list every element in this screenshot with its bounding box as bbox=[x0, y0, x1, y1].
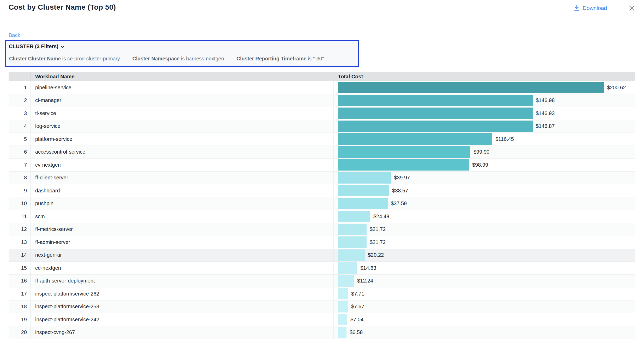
total-cost-cell: $7.71 bbox=[334, 287, 635, 300]
total-cost-cell: $39.97 bbox=[334, 172, 635, 184]
row-rank: 20 bbox=[9, 326, 31, 339]
row-rank: 1 bbox=[9, 81, 31, 94]
total-cost-cell: $146.87 bbox=[334, 120, 635, 133]
workload-name: accesscontrol-service bbox=[31, 146, 334, 159]
cost-bar bbox=[338, 146, 470, 158]
cost-bar bbox=[338, 185, 389, 196]
table-row[interactable]: 1pipeline-service$200.62 bbox=[9, 81, 635, 94]
total-cost-cell: $99.90 bbox=[334, 146, 635, 159]
filter-highlight-box: CLUSTER (3 Filters) Cluster Cluster Name… bbox=[5, 40, 359, 67]
cost-bar bbox=[338, 82, 604, 93]
page-title: Cost by Cluster Name (Top 50) bbox=[9, 3, 116, 11]
workload-name: next-gen-ui bbox=[31, 249, 334, 262]
row-rank: 9 bbox=[9, 184, 31, 197]
table-row[interactable]: 2ci-manager$146.98 bbox=[9, 94, 635, 107]
workload-name: inspect-platformservice-253 bbox=[31, 300, 334, 313]
filter-chip[interactable]: Cluster Reporting Timeframe is "-30" bbox=[236, 56, 324, 62]
total-cost-cell: $146.98 bbox=[334, 94, 635, 107]
cost-value: $12.24 bbox=[357, 278, 373, 284]
table-row[interactable]: 11scm$24.48 bbox=[9, 210, 635, 223]
table-row[interactable]: 6accesscontrol-service$99.90 bbox=[9, 146, 635, 159]
table-row[interactable]: 14next-gen-ui$20.22 bbox=[9, 249, 635, 262]
cost-value: $21.72 bbox=[370, 226, 386, 232]
table-row[interactable]: 10pushpin$37.59 bbox=[9, 197, 635, 210]
total-cost-cell: $20.22 bbox=[334, 249, 635, 262]
row-rank: 10 bbox=[9, 197, 31, 210]
cost-value: $146.93 bbox=[536, 110, 555, 116]
cost-value: $116.45 bbox=[495, 136, 514, 142]
cost-value: $14.63 bbox=[360, 265, 376, 271]
row-rank: 11 bbox=[9, 210, 31, 223]
table-row[interactable]: 16ff-auth-server-deployment$12.24 bbox=[9, 275, 635, 288]
cost-value: $24.48 bbox=[373, 214, 389, 219]
total-cost-cell: $98.99 bbox=[334, 159, 635, 171]
back-link[interactable]: Back bbox=[9, 32, 20, 38]
download-button[interactable]: Download bbox=[574, 5, 607, 11]
total-cost-cell: $24.48 bbox=[334, 210, 635, 223]
table-row[interactable]: 20inspect-cvng-267$6.58 bbox=[9, 326, 635, 339]
table-row[interactable]: 15ce-nextgen$14.63 bbox=[9, 262, 635, 275]
filter-chip[interactable]: Cluster Namespace is harness-nextgen bbox=[132, 56, 224, 62]
total-cost-cell: $14.63 bbox=[334, 262, 635, 274]
table-row[interactable]: 12ff-metrics-server$21.72 bbox=[9, 223, 635, 236]
cost-value: $99.90 bbox=[473, 149, 489, 155]
cost-bar bbox=[338, 262, 357, 274]
total-cost-cell: $12.24 bbox=[334, 275, 635, 287]
total-cost-cell: $6.58 bbox=[334, 326, 635, 339]
workload-name: ff-auth-server-deployment bbox=[31, 275, 334, 287]
workload-name: ci-manager bbox=[31, 94, 334, 107]
cost-value: $146.87 bbox=[536, 123, 555, 129]
cost-bar bbox=[338, 236, 367, 248]
cost-bar bbox=[338, 211, 370, 222]
row-rank: 16 bbox=[9, 275, 31, 287]
workload-name: log-service bbox=[31, 120, 334, 133]
workload-name-column-header[interactable]: Workload Name bbox=[31, 74, 334, 80]
table-row[interactable]: 13ff-admin-server$21.72 bbox=[9, 236, 635, 249]
cost-bar bbox=[338, 288, 348, 299]
cost-bar bbox=[338, 159, 469, 171]
total-cost-cell: $38.57 bbox=[334, 184, 635, 197]
workload-name: ce-nextgen bbox=[31, 262, 334, 274]
cost-bar bbox=[338, 108, 533, 119]
total-cost-cell: $200.62 bbox=[334, 81, 635, 94]
cost-bar bbox=[338, 198, 388, 209]
table-row[interactable]: 8ff-client-server$39.97 bbox=[9, 172, 635, 185]
workload-name: inspect-platformservice-262 bbox=[31, 287, 334, 300]
cost-value: $20.22 bbox=[368, 252, 384, 258]
cluster-filter-toggle[interactable]: CLUSTER (3 Filters) bbox=[9, 43, 65, 49]
table-row[interactable]: 18inspect-platformservice-253$7.67 bbox=[9, 300, 635, 313]
close-button[interactable] bbox=[628, 5, 635, 11]
row-rank: 19 bbox=[9, 313, 31, 326]
header-actions: Download bbox=[574, 5, 635, 11]
cost-value: $39.97 bbox=[394, 175, 410, 181]
table-row[interactable]: 3ti-service$146.93 bbox=[9, 107, 635, 120]
cost-bar bbox=[338, 249, 365, 261]
cost-bar bbox=[338, 224, 367, 235]
filter-condition-text: is ce-prod-cluster-primary bbox=[62, 56, 120, 61]
total-cost-cell: $21.72 bbox=[334, 236, 635, 249]
cost-table: Workload Name Total Cost 1pipeline-servi… bbox=[9, 72, 635, 339]
cost-value: $6.58 bbox=[350, 329, 363, 335]
row-rank: 7 bbox=[9, 159, 31, 171]
cost-value: $38.57 bbox=[392, 188, 408, 194]
table-header: Workload Name Total Cost bbox=[9, 72, 635, 81]
filter-field: Cluster Namespace bbox=[132, 56, 180, 61]
table-row[interactable]: 19inspect-platformservice-242$7.04 bbox=[9, 313, 635, 326]
filter-condition-text: is "-30" bbox=[308, 56, 324, 61]
workload-name: inspect-platformservice-242 bbox=[31, 313, 334, 326]
row-rank: 4 bbox=[9, 120, 31, 133]
table-row[interactable]: 5platform-service$116.45 bbox=[9, 133, 635, 146]
cluster-filter-label: CLUSTER (3 Filters) bbox=[9, 43, 58, 49]
filter-chip[interactable]: Cluster Cluster Name is ce-prod-cluster-… bbox=[9, 56, 120, 62]
table-row[interactable]: 7cv-nextgen$98.99 bbox=[9, 159, 635, 172]
filter-field: Cluster Reporting Timeframe bbox=[236, 56, 306, 61]
applied-filters: Cluster Cluster Name is ce-prod-cluster-… bbox=[9, 56, 324, 62]
cost-bar bbox=[338, 314, 347, 325]
workload-name: ff-admin-server bbox=[31, 236, 334, 249]
row-rank: 5 bbox=[9, 133, 31, 146]
table-row[interactable]: 9dashboard$38.57 bbox=[9, 184, 635, 197]
close-icon bbox=[629, 5, 635, 11]
table-row[interactable]: 4log-service$146.87 bbox=[9, 120, 635, 133]
table-row[interactable]: 17inspect-platformservice-262$7.71 bbox=[9, 287, 635, 300]
total-cost-column-header[interactable]: Total Cost bbox=[334, 74, 635, 80]
